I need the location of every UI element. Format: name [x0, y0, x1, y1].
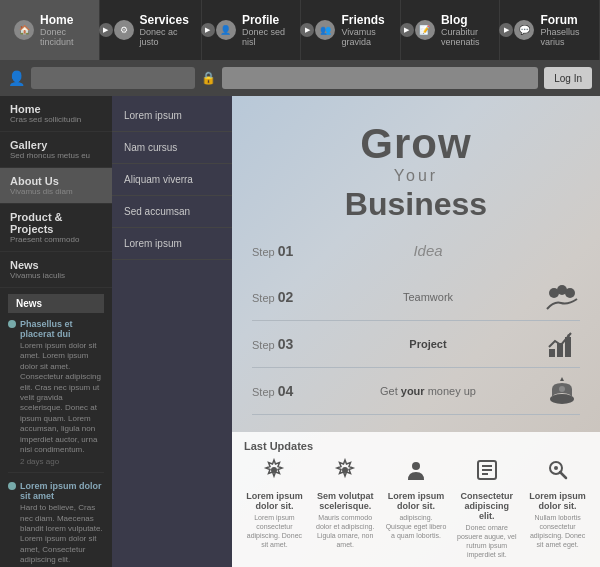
sidebar-item-about[interactable]: About Us Vivamus dis diam [0, 168, 112, 204]
svg-point-8 [559, 386, 565, 392]
news-item-2-body: Hard to believe, Cras nec diam. Maecenas… [8, 503, 104, 565]
news-item-1-date: 2 days ago [8, 457, 104, 466]
login-button[interactable]: Log In [544, 67, 592, 89]
nav-item-profile[interactable]: 👤 Profile Donec sed nisl ▶ [202, 0, 302, 60]
nav-item-home[interactable]: 🏠 Home Donec tincidunt ▶ [0, 0, 100, 60]
forum-icon: 💬 [514, 20, 534, 40]
lu-item-1-title: Sem volutpat scelerisque. [315, 491, 376, 511]
nav-services-sub: Donec ac justo [140, 27, 189, 47]
nav-profile-label: Profile [242, 13, 289, 27]
nav-blog-sub: Curabitur venenatis [441, 27, 488, 47]
lu-item-3: Consectetur adipiscing elit. Donec ornar… [456, 458, 517, 559]
nav-arrow-services: ▶ [201, 23, 215, 37]
sidebar: Home Cras sed sollicitudin Gallery Sed r… [0, 96, 112, 567]
svg-rect-3 [549, 349, 555, 357]
steps-container: Step 01 Idea Step 02 Teamwork [252, 228, 580, 415]
step-03-desc: Project [312, 338, 544, 350]
news-title-bar: News [8, 294, 104, 313]
lu-icon-4 [546, 458, 570, 488]
nav-arrow-home: ▶ [99, 23, 113, 37]
sidebar-news: News Phasellus et placerat dui Lorem ips… [0, 288, 112, 567]
last-updates: Last Updates Lorem ipsum dolor sit. Lore… [232, 432, 600, 567]
step-row-01: Step 01 Idea [252, 228, 580, 274]
blog-icon: 📝 [415, 20, 435, 40]
nav-item-blog[interactable]: 📝 Blog Curabitur venenatis ▶ [401, 0, 501, 60]
lu-item-0-title: Lorem ipsum dolor sit. [244, 491, 305, 511]
nav-item-forum[interactable]: 💬 Forum Phasellus varius [500, 0, 600, 60]
lu-icon-0 [262, 458, 286, 488]
step-row-03: Step 03 Project [252, 321, 580, 368]
news-item-2: Lorem ipsum dolor sit amet Hard to belie… [8, 481, 104, 567]
last-updates-items: Lorem ipsum dolor sit. Lorem ipsum conse… [244, 458, 588, 559]
second-bar: 👤 🔒 Log In [0, 60, 600, 96]
person-icon: 👤 [8, 70, 25, 86]
nav-arrow-profile: ▶ [300, 23, 314, 37]
nav-profile-sub: Donec sed nisl [242, 27, 289, 47]
lu-item-4: Lorem ipsum dolor sit. Nullam lobortis c… [527, 458, 588, 559]
lu-icon-2 [404, 458, 428, 488]
home-icon: 🏠 [14, 20, 34, 40]
lu-item-2-body: adipiscing. Quisque eget libero a quam l… [386, 513, 447, 540]
search-input-1[interactable] [31, 67, 195, 89]
submenu-item-2[interactable]: Aliquam viverra [112, 164, 232, 196]
submenu-item-0[interactable]: Lorem ipsum [112, 100, 232, 132]
nav-blog-label: Blog [441, 13, 488, 27]
nav-friends-sub: Vivamus gravida [341, 27, 388, 47]
main-content: Grow Your Business Step 01 Idea [232, 96, 600, 567]
nav-forum-label: Forum [540, 13, 587, 27]
step-01-label: Step 01 [252, 243, 312, 259]
step-row-02: Step 02 Teamwork [252, 274, 580, 321]
submenu-item-3[interactable]: Sed accumsan [112, 196, 232, 228]
sidebar-item-projects[interactable]: Product & Projects Praesent commodo [0, 204, 112, 252]
step-03-icon [544, 326, 580, 362]
nav-item-services[interactable]: ⚙ Services Donec ac justo ▶ [100, 0, 202, 60]
lu-item-4-title: Lorem ipsum dolor sit. [527, 491, 588, 511]
step-02-desc: Teamwork [312, 291, 544, 303]
services-icon: ⚙ [114, 20, 134, 40]
lu-item-4-body: Nullam lobortis consectetur adipiscing. … [527, 513, 588, 549]
svg-point-7 [550, 394, 574, 404]
step-04-label: Step 04 [252, 383, 312, 399]
step-01-icon [544, 233, 580, 269]
nav-item-friends[interactable]: 👥 Friends Vivamus gravida ▶ [301, 0, 401, 60]
nav-friends-label: Friends [341, 13, 388, 27]
last-updates-title: Last Updates [244, 440, 588, 452]
lu-item-0: Lorem ipsum dolor sit. Lorem ipsum conse… [244, 458, 305, 559]
hero-title-block: Grow Your Business [345, 123, 487, 222]
lu-item-3-body: Donec ornare posuere augue, vel rutrum i… [456, 523, 517, 559]
lu-item-2: Lorem ipsum dolor sit. adipiscing. Quisq… [386, 458, 447, 559]
submenu-item-4[interactable]: Lorem ipsum [112, 228, 232, 260]
your-text: Your [345, 167, 487, 185]
step-02-label: Step 02 [252, 289, 312, 305]
step-01-desc: Idea [312, 242, 544, 259]
lu-item-1-body: Mauris commodo dolor et adipiscing. Ligu… [315, 513, 376, 549]
step-03-label: Step 03 [252, 336, 312, 352]
svg-line-17 [560, 472, 566, 478]
nav-forum-sub: Phasellus varius [540, 27, 587, 47]
nav-services-label: Services [140, 13, 189, 27]
top-nav: 🏠 Home Donec tincidunt ▶ ⚙ Services Done… [0, 0, 600, 60]
sidebar-item-home[interactable]: Home Cras sed sollicitudin [0, 96, 112, 132]
nav-arrow-friends: ▶ [400, 23, 414, 37]
sidebar-item-gallery[interactable]: Gallery Sed rhoncus metus eu [0, 132, 112, 168]
grow-text: Grow [345, 123, 487, 165]
business-text: Business [345, 187, 487, 222]
svg-point-18 [554, 466, 558, 470]
friends-icon: 👥 [315, 20, 335, 40]
news-dot-2 [8, 482, 16, 490]
sidebar-item-news[interactable]: News Vivamus iaculis [0, 252, 112, 288]
lu-icon-1 [333, 458, 357, 488]
submenu-item-1[interactable]: Nam cursus [112, 132, 232, 164]
step-row-04: Step 04 Get your money up [252, 368, 580, 415]
nav-home-sub: Donec tincidunt [40, 27, 87, 47]
profile-icon: 👤 [216, 20, 236, 40]
news-item-1-body: Lorem ipsum dolor sit amet. Lorem ipsum … [8, 341, 104, 455]
lu-item-1: Sem volutpat scelerisque. Mauris commodo… [315, 458, 376, 559]
lu-icon-3 [475, 458, 499, 488]
lu-item-2-title: Lorem ipsum dolor sit. [386, 491, 447, 511]
nav-home-label: Home [40, 13, 87, 27]
lock-icon: 🔒 [201, 71, 216, 85]
step-04-desc: Get your money up [312, 385, 544, 397]
search-input-2[interactable] [222, 67, 538, 89]
news-dot-1 [8, 320, 16, 328]
